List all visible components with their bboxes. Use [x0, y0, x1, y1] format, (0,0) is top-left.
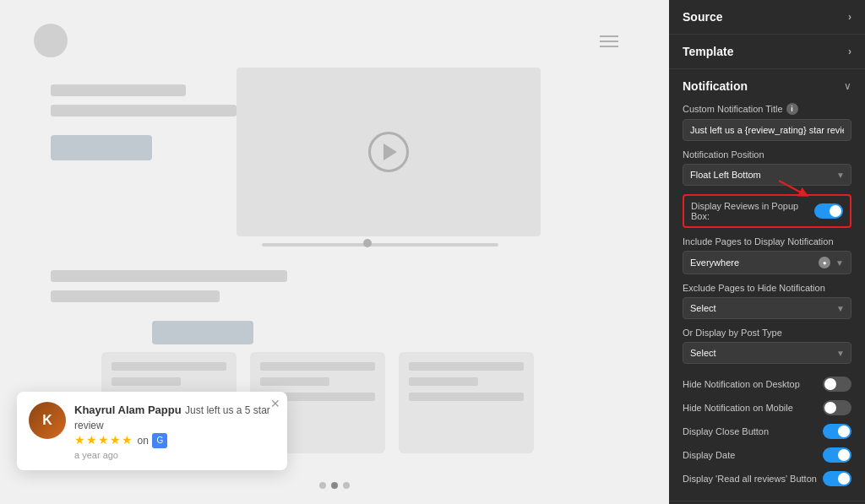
- template-label: Template: [683, 45, 733, 58]
- template-chevron-icon: ›: [848, 46, 851, 57]
- post-type-select-wrapper: Select ▼: [683, 342, 851, 364]
- wf-btn2: [152, 321, 253, 344]
- wf-button: [51, 135, 152, 160]
- display-readall-row: Display 'Read all reviews' Button: [683, 467, 851, 490]
- wf-bar1: [51, 84, 186, 96]
- source-section[interactable]: Source ›: [669, 0, 865, 35]
- display-close-toggle[interactable]: [823, 424, 851, 439]
- preview-area: K Khayrul Alam Pappu Just left us a 5 st…: [0, 0, 669, 504]
- right-panel: Source › Template › Notification ∨ Custo…: [669, 0, 865, 504]
- include-pages-arrow-icon: ▼: [835, 258, 844, 268]
- hide-mobile-label: Hide Notification on Mobile: [683, 403, 793, 413]
- exclude-pages-label: Exclude Pages to Hide Notification: [683, 283, 851, 293]
- exclude-pages-select-wrapper: Select ▼: [683, 297, 851, 319]
- hide-mobile-row: Hide Notification on Mobile: [683, 396, 851, 420]
- position-select-wrapper: Float Left Bottom ▼: [683, 164, 851, 186]
- display-reviews-label: Display Reviews in Popup Box:: [691, 201, 814, 221]
- wf-menu-icon: [600, 35, 618, 47]
- notif-on: on: [137, 435, 148, 447]
- notif-platform-icon: G: [152, 433, 167, 448]
- post-type-select[interactable]: Select: [683, 342, 851, 364]
- wf-bar2: [51, 105, 237, 117]
- display-reviews-toggle[interactable]: [814, 203, 843, 219]
- notification-section: Notification ∨ Custom Notification Title…: [669, 69, 865, 501]
- post-type-label: Or Display by Post Type: [683, 328, 851, 338]
- svg-line-1: [779, 181, 804, 194]
- custom-title-input[interactable]: [683, 119, 851, 141]
- source-chevron-icon: ›: [848, 11, 851, 23]
- display-reviews-row: Display Reviews in Popup Box:: [683, 194, 851, 228]
- wf-video: [237, 68, 541, 236]
- wf-line2: [51, 290, 220, 302]
- display-readall-label: Display 'Read all reviews' Button: [683, 474, 817, 484]
- display-date-toggle[interactable]: [823, 447, 851, 463]
- notif-close-button[interactable]: ✕: [270, 397, 280, 410]
- wf-card-3: [399, 352, 534, 453]
- position-select[interactable]: Float Left Bottom: [683, 164, 851, 186]
- notification-label: Notification: [683, 79, 748, 93]
- custom-title-info-icon[interactable]: i: [786, 103, 798, 115]
- wf-progress-bar: [262, 243, 498, 247]
- hide-desktop-label: Hide Notification on Desktop: [683, 379, 800, 389]
- display-date-label: Display Date: [683, 450, 735, 460]
- exclude-pages-select[interactable]: Select: [683, 297, 851, 319]
- wf-dots: [0, 482, 669, 489]
- notif-time: a year ago: [74, 450, 275, 460]
- source-label: Source: [683, 10, 722, 24]
- display-close-label: Display Close Button: [683, 426, 769, 436]
- custom-title-label: Custom Notification Title i: [683, 103, 851, 115]
- position-label: Notification Position: [683, 149, 851, 160]
- wf-circle: [34, 24, 68, 57]
- include-pages-select[interactable]: Everywhere ● ▼: [683, 251, 851, 274]
- include-pages-dot-icon: ●: [819, 257, 830, 268]
- notif-stars: ★★★★★: [74, 433, 133, 447]
- include-pages-value: Everywhere: [690, 257, 819, 268]
- display-close-row: Display Close Button: [683, 420, 851, 443]
- notif-name: Khayrul Alam Pappu: [74, 404, 182, 416]
- notification-chevron-icon: ∨: [844, 80, 851, 92]
- notif-avatar: K: [29, 402, 66, 439]
- notif-content: Khayrul Alam Pappu Just left us a 5 star…: [74, 402, 275, 460]
- wf-play-icon: [368, 132, 409, 172]
- hide-desktop-row: Hide Notification on Desktop: [683, 372, 851, 396]
- hide-desktop-toggle[interactable]: [823, 377, 851, 392]
- wf-progress-dot: [363, 239, 372, 247]
- hide-mobile-toggle[interactable]: [823, 400, 851, 415]
- display-readall-toggle[interactable]: [823, 471, 851, 486]
- include-pages-label: Include Pages to Display Notification: [683, 236, 851, 247]
- notification-section-header[interactable]: Notification ∨: [683, 79, 851, 93]
- wf-line1: [51, 270, 287, 282]
- template-section[interactable]: Template ›: [669, 35, 865, 69]
- notification-popup: K Khayrul Alam Pappu Just left us a 5 st…: [17, 392, 287, 470]
- display-date-row: Display Date: [683, 443, 851, 467]
- red-arrow-annotation: [779, 177, 813, 198]
